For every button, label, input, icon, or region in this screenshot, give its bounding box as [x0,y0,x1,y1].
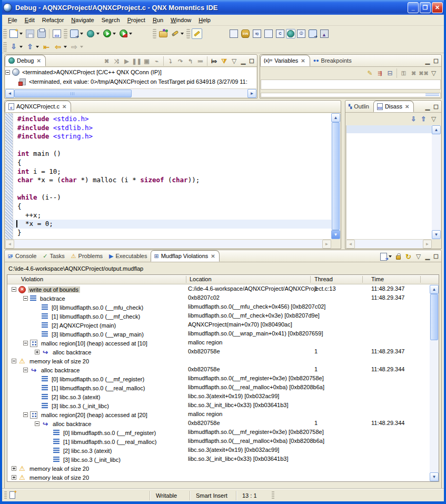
build-binary-button[interactable]: 010 [52,28,62,39]
previous-edit-dropdown-arrow[interactable] [36,46,39,48]
step-into-button[interactable]: ⤵ [165,56,175,66]
editor-marker-bar[interactable] [5,113,13,239]
scrollbar-thumb[interactable] [332,122,340,230]
menu-refactor[interactable]: Refactor [38,16,68,24]
sash-grip[interactable] [425,94,439,96]
menu-edit[interactable]: Edit [21,16,38,24]
minimize-view-icon[interactable]: ▁ [239,58,247,65]
profile-button[interactable] [118,28,128,39]
suspend-button[interactable]: ❚❚ [132,56,142,66]
toolbar-drag-handle[interactable] [186,29,190,38]
variables-table[interactable] [261,80,441,90]
column-time[interactable]: Time [371,276,384,282]
column-location[interactable]: Location [190,276,212,282]
minimize-button[interactable]: _ [408,2,419,13]
scrollbar-thumb[interactable] [430,294,438,340]
terminate-button[interactable]: ▣ [142,56,152,66]
show-type-names-button[interactable]: ✎ [365,68,375,78]
remove-all-button[interactable]: ✖✖ [419,68,429,78]
collapse-all-button[interactable]: ⊟ [385,68,395,78]
close-tab-icon[interactable]: ✕ [62,104,66,110]
violation-row[interactable]: backtrace0xb8207c0211:48.29.347 [7,294,430,303]
scroll-left-icon[interactable]: ◄ [346,240,355,249]
code-line[interactable]: #include <stdio.h> [13,115,331,124]
expander-icon[interactable] [12,466,16,471]
scroll-up-icon[interactable]: ▲ [331,113,340,122]
run-dropdown-arrow[interactable] [113,33,116,35]
lock-variable-button[interactable]: ⚿ [399,68,409,78]
debug-perspective-button[interactable] [286,29,295,38]
expander-icon[interactable] [12,475,16,480]
connect-button[interactable]: ⤨ [112,56,122,66]
disconnect-button[interactable]: ⌁ [152,56,162,66]
print-button[interactable] [36,28,47,39]
violation-row[interactable]: ⚠memory leak of size 20 [7,473,430,481]
code-line[interactable]: int main () [13,150,331,159]
scroll-left-icon[interactable]: ◄ [5,89,14,98]
close-tab-icon[interactable]: ✕ [211,253,215,259]
violation-row[interactable]: [3] libc.so.3 (_init_libc)libc.so.3(_ini… [7,455,430,464]
refresh-button[interactable]: ↻ [403,252,413,261]
expander-icon[interactable] [35,350,39,354]
column-violation[interactable]: Violation [21,276,43,282]
scroll-right-icon[interactable]: ► [322,240,331,249]
disassembly-content[interactable] [346,125,432,239]
view-menu-icon[interactable]: ▽ [413,252,423,261]
search-dropdown-arrow[interactable] [181,33,184,35]
new-wizard-button[interactable] [8,28,19,39]
tab-debug[interactable]: Debug ✕ [5,55,46,66]
mark-occurrences-toggle[interactable] [192,28,202,39]
violation-row[interactable]: [2] AQNXCProject (main)AQNXCProject(main… [7,321,430,330]
minimize-view-icon[interactable]: ▁ [423,58,432,65]
export-dropdown-arrow[interactable] [389,255,392,258]
menu-project[interactable]: Project [124,16,149,24]
export-button[interactable] [379,252,389,261]
maximize-button[interactable]: ❐ [420,2,431,13]
violation-row[interactable]: ↪alloc backtrace0xb820758e111:48.29.347 [7,348,430,357]
debug-tree-row[interactable]: <terminated>AQNXCProject [C/C++ QNX QCon… [5,67,256,77]
toolbar-drag-handle[interactable] [153,29,156,38]
code-line[interactable]: char *x = (char *) malloc (i * sizeof (c… [13,176,331,185]
target-dropdown-arrow[interactable] [80,33,83,35]
debug-tree-row[interactable]: <terminated, exit value: 0>/tmp/AQNXCPro… [5,77,256,86]
toolbar-drag-handle[interactable] [64,29,67,38]
scroll-lock-button[interactable] [393,252,403,261]
violation-row[interactable]: [0] libmudflapth.so.0 (__mf_register)lib… [7,374,430,383]
debug-dropdown-arrow[interactable] [96,33,100,35]
expander-icon[interactable] [12,287,16,292]
title-bar[interactable]: Debug - AQNXCProject/AQNXCProject.c - QN… [0,0,446,15]
expander-icon[interactable] [5,70,10,75]
code-line[interactable]: while (i--) [13,193,331,202]
code-line[interactable]: { [13,202,331,211]
disassembly-selected-row[interactable] [346,125,432,133]
tab-variables[interactable]: (x)= Variables ✕ [260,55,310,66]
last-edit-dropdown-arrow[interactable] [19,46,23,48]
close-tab-icon[interactable]: ✕ [405,104,409,110]
target-navigator-button[interactable] [69,28,80,39]
menu-help[interactable]: Help [195,16,214,24]
variables-detail-pane[interactable] [261,93,441,97]
violation-row[interactable]: [2] libc.so.3 (atexit)libc.so.3(atexit+0… [7,392,430,401]
violation-row[interactable]: ⚠memory leak of size 20 [7,357,430,365]
windows-button[interactable] [263,28,274,39]
close-button[interactable]: ✕ [432,2,443,13]
target-perspective-button[interactable] [308,28,318,39]
show-logical-structure-button[interactable]: ⇶ [375,68,385,78]
editor-horizontal-scrollbar[interactable]: ◄ ► [5,239,331,248]
code-line[interactable] [13,141,331,150]
scroll-up-icon[interactable]: ▲ [432,125,441,134]
expander-icon[interactable] [23,412,28,417]
menu-window[interactable]: Window [167,16,195,24]
profiler-perspective-button[interactable] [319,28,330,39]
close-tab-icon[interactable]: ✕ [36,58,41,64]
forward-button[interactable]: ⇨ [69,42,80,52]
view-menu-icon[interactable]: ▽ [229,56,239,66]
maximize-view-icon[interactable]: ☐ [432,104,440,111]
last-edit-location-button[interactable]: ⇩ [8,42,19,52]
tab-tasks[interactable]: ✓ Tasks [40,250,68,262]
code-line[interactable]: { [13,159,331,167]
violation-row[interactable]: [1] libmudflapth.so.0 (__real_malloc)lib… [7,437,430,446]
violation-row[interactable]: [0] libmudflapth.so.0 (__mf_register)lib… [7,428,430,437]
profile-dropdown-arrow[interactable] [129,33,132,35]
violation-row[interactable]: [3] libmudflapth.so.0 (__wrap_main)libmu… [7,330,430,339]
